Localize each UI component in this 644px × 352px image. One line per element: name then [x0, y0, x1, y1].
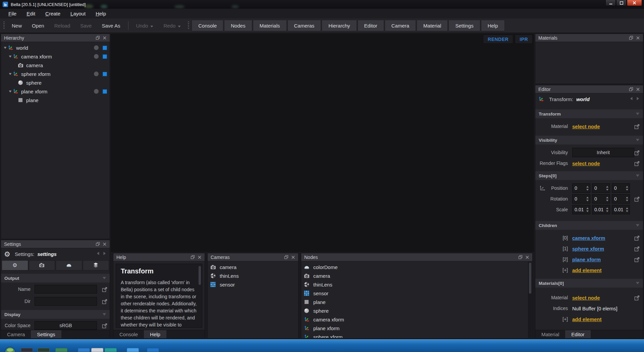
- taskbar-icon[interactable]: [127, 348, 139, 352]
- tab-settings-environment[interactable]: [56, 260, 82, 270]
- open-button[interactable]: Open: [27, 19, 49, 32]
- menu-edit[interactable]: Edit: [21, 9, 40, 18]
- nav-forward-icon[interactable]: [103, 251, 107, 257]
- external-link-icon[interactable]: [634, 161, 640, 166]
- tab-material[interactable]: Material: [535, 330, 565, 338]
- tree-row-camera-xform[interactable]: camera xform: [1, 52, 110, 61]
- node-link-sphere-xform[interactable]: sphere xform: [572, 246, 604, 252]
- name-input[interactable]: [35, 285, 97, 294]
- float-panel-icon[interactable]: [191, 255, 195, 259]
- section-materials[interactable]: Materials[0]: [535, 279, 643, 288]
- cameras-panel-header[interactable]: Cameras: [208, 253, 298, 261]
- float-panel-icon[interactable]: [284, 255, 288, 259]
- ipr-button[interactable]: IPR: [515, 35, 533, 44]
- settings-panel-button[interactable]: Settings: [448, 20, 480, 31]
- selection-indicator[interactable]: [103, 54, 107, 59]
- expander-icon[interactable]: [2, 47, 8, 49]
- close-panel-icon[interactable]: [636, 36, 640, 40]
- node-link-plane-xform[interactable]: plane xform: [572, 257, 601, 262]
- minimize-button[interactable]: [605, 0, 616, 6]
- nodes-panel-header[interactable]: Nodes: [301, 253, 532, 261]
- list-item-camera-xform[interactable]: camera xform: [301, 315, 532, 324]
- list-item-camera[interactable]: camera: [208, 263, 298, 271]
- external-link-icon[interactable]: [634, 246, 640, 252]
- help-panel-header[interactable]: Help: [113, 253, 205, 261]
- nav-back-icon[interactable]: [96, 251, 100, 257]
- toolbar-grip[interactable]: [3, 21, 5, 30]
- start-button[interactable]: [4, 346, 16, 352]
- reload-button[interactable]: Reload: [49, 19, 75, 32]
- close-panel-icon[interactable]: [291, 255, 295, 259]
- external-link-icon[interactable]: [102, 287, 108, 292]
- section-output[interactable]: Output: [1, 274, 110, 282]
- spinner-arrows-icon[interactable]: [586, 196, 589, 202]
- external-link-icon[interactable]: [102, 299, 108, 304]
- expander-icon[interactable]: [7, 55, 13, 58]
- tab-settings[interactable]: Settings: [31, 330, 61, 338]
- menu-file[interactable]: File: [3, 9, 21, 18]
- close-panel-icon[interactable]: [198, 255, 202, 259]
- rotation-x-spinbox[interactable]: 0: [572, 194, 590, 204]
- hierarchy-panel-header[interactable]: Hierarchy: [1, 34, 110, 42]
- external-link-icon[interactable]: [634, 150, 640, 156]
- select-node-link[interactable]: select node: [572, 124, 600, 129]
- taskbar-icon[interactable]: [147, 348, 159, 352]
- taskbar-icon[interactable]: [105, 348, 117, 352]
- tab-settings-layers[interactable]: [83, 260, 109, 270]
- section-steps[interactable]: Steps[0]: [535, 171, 643, 180]
- tab-settings-general[interactable]: ⚙: [2, 260, 28, 270]
- add-element-link[interactable]: add element: [572, 267, 602, 273]
- close-button[interactable]: [627, 0, 642, 6]
- menu-help[interactable]: Help: [91, 9, 111, 18]
- section-visibility[interactable]: Visibility: [535, 136, 643, 144]
- materials-panel-button[interactable]: Materials: [253, 20, 287, 31]
- visibility-indicator[interactable]: [94, 72, 99, 76]
- window-titlebar[interactable]: b Bella [20.5.1] [UNLICENSED] [untitled]: [0, 0, 644, 9]
- spinner-arrows-icon[interactable]: [626, 196, 629, 202]
- external-link-icon[interactable]: [634, 235, 640, 241]
- select-node-link[interactable]: select node: [572, 161, 600, 166]
- selection-indicator[interactable]: [103, 72, 107, 76]
- maximize-button[interactable]: [616, 0, 627, 6]
- save-as-button[interactable]: Save As: [97, 19, 125, 32]
- position-y-spinbox[interactable]: 0: [592, 183, 610, 193]
- menu-layout[interactable]: Layout: [65, 9, 91, 18]
- external-link-icon[interactable]: [634, 257, 640, 262]
- list-item-plane-xform[interactable]: plane xform: [301, 324, 532, 333]
- taskbar-icon[interactable]: [78, 348, 90, 352]
- taskbar-icon[interactable]: [55, 348, 67, 352]
- tab-console[interactable]: Console: [113, 330, 144, 338]
- list-item-sphere-xform[interactable]: sphere xform: [301, 333, 532, 338]
- list-item-thinlens[interactable]: thinLens: [301, 280, 532, 289]
- list-item-sensor[interactable]: sensor: [301, 289, 532, 298]
- materials-panel-header[interactable]: Materials: [535, 34, 643, 42]
- tree-row-plane-xform[interactable]: plane xform: [1, 87, 110, 96]
- list-item-camera[interactable]: camera: [301, 271, 532, 280]
- list-item-sphere[interactable]: sphere: [301, 306, 532, 315]
- tab-help[interactable]: Help: [144, 330, 166, 338]
- rotation-y-spinbox[interactable]: 0: [592, 194, 610, 204]
- float-panel-icon[interactable]: [629, 36, 633, 40]
- list-item-thinlens[interactable]: thinLens: [208, 271, 298, 280]
- external-link-icon[interactable]: [634, 295, 640, 301]
- redo-button[interactable]: Redo: [158, 19, 186, 32]
- node-link-camera-xform[interactable]: camera xform: [572, 235, 605, 241]
- position-x-spinbox[interactable]: 0: [572, 183, 590, 193]
- expander-icon[interactable]: [7, 90, 13, 93]
- list-item-sensor[interactable]: sensor: [208, 280, 298, 289]
- list-item-plane[interactable]: plane: [301, 298, 532, 306]
- scale-x-spinbox[interactable]: 0.01: [572, 205, 590, 214]
- spinner-arrows-icon[interactable]: [626, 185, 629, 191]
- scale-z-spinbox[interactable]: 0.01: [612, 205, 630, 214]
- tree-row-plane[interactable]: plane: [1, 96, 110, 104]
- spinner-arrows-icon[interactable]: [606, 185, 609, 191]
- save-button[interactable]: Save: [75, 19, 97, 32]
- tree-row-sphere[interactable]: sphere: [1, 78, 110, 87]
- position-z-spinbox[interactable]: 0: [612, 183, 630, 193]
- taskbar-icon[interactable]: [21, 348, 33, 352]
- help-panel-button[interactable]: Help: [481, 20, 505, 31]
- taskbar-icon[interactable]: [91, 348, 103, 352]
- list-item-colordome[interactable]: colorDome: [301, 263, 532, 271]
- camera-panel-button[interactable]: Camera: [385, 20, 416, 31]
- add-element-link[interactable]: add element: [572, 316, 602, 322]
